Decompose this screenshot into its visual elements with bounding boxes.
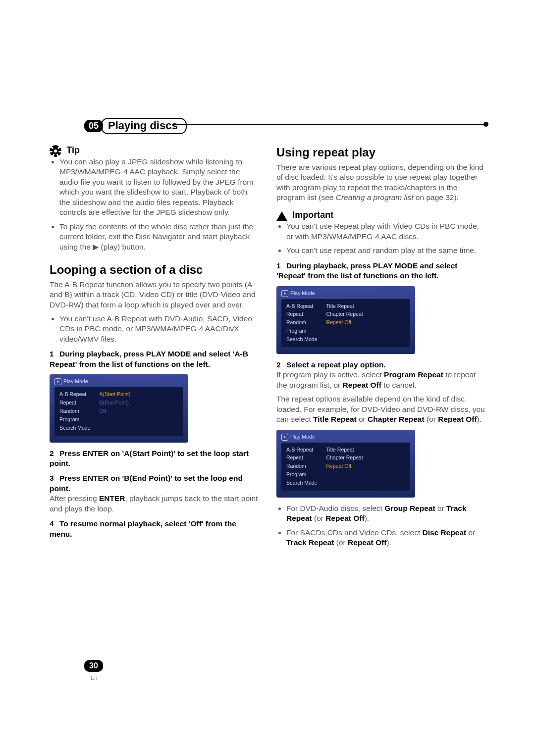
repeat-disc-options: For DVD-Audio discs, select Group Repeat… [276,504,485,548]
section-heading-repeat: Using repeat play [276,145,485,160]
list-item: You can't use Repeat play with Video CDs… [286,221,485,242]
step-1: 1During playback, press PLAY MODE and se… [50,349,259,369]
osd-item: A-B Repeat [59,391,90,398]
osd-left-list: A-B Repeat Repeat Random Program Search … [59,391,90,431]
osd-playmode-repeat-1: ▸Play Mode A-B Repeat Repeat Random Prog… [276,286,415,354]
two-column-body: Tip You can also play a JPEG slideshow w… [50,145,485,552]
osd-title: Play Mode [290,434,315,441]
osd-option-dim: Off [99,408,130,415]
list-item: You can't use repeat and random play at … [286,246,485,255]
playmode-icon: ▸ [281,434,288,441]
osd-option-selected: Repeat Off [326,463,363,470]
osd-title: Play Mode [63,378,88,385]
tip-block: Tip You can also play a JPEG slideshow w… [50,145,259,252]
tip-list: You can also play a JPEG slideshow while… [50,157,259,252]
osd-item: Search Mode [59,425,90,432]
osd-playmode-repeat-2: ▸Play Mode A-B Repeat Repeat Random Prog… [276,430,415,498]
page-language: En [91,675,97,681]
left-column: Tip You can also play a JPEG slideshow w… [50,145,259,552]
repeat-step2-body2: The repeat options available depend on t… [276,394,485,424]
osd-body: A-B Repeat Repeat Random Program Search … [54,387,183,435]
list-item: You can also play a JPEG slideshow while… [59,157,259,218]
osd-item: A-B Repeat [286,303,317,310]
looping-note-list: You can't use A-B Repeat with DVD-Audio,… [50,314,259,344]
repeat-intro: There are various repeat play options, d… [276,162,485,203]
important-label: Important [292,210,333,220]
warning-icon [276,211,287,221]
list-item: You can't use A-B Repeat with DVD-Audio,… [59,314,259,344]
list-item: For SACDs,CDs and Video CDs, select Disc… [286,528,485,548]
important-block: Important You can't use Repeat play with… [276,209,485,255]
osd-item: Program [59,416,90,423]
osd-item: A-B Repeat [286,447,317,454]
repeat-step-1: 1During playback, press PLAY MODE and se… [276,261,485,281]
osd-item: Repeat [286,311,317,318]
chapter-title: Playing discs [101,118,187,134]
osd-option: Title Repeat [326,303,363,310]
osd-item: Random [286,463,317,470]
step-2: 2Press ENTER on 'A(Start Point)' to set … [50,449,259,469]
osd-item: Search Mode [286,480,317,487]
step-4: 4To resume normal playback, select 'Off'… [50,519,259,539]
osd-option-selected: Repeat Off [326,319,363,326]
osd-option: Title Repeat [326,447,363,454]
osd-option: Chapter Repeat [326,311,363,318]
chapter-tab: 05 Playing discs [84,118,187,134]
osd-playmode-ab: ▸ Play Mode A-B Repeat Repeat Random Pro… [50,374,188,442]
osd-item: Random [286,319,317,326]
osd-item: Repeat [59,400,90,406]
osd-item: Program [286,328,317,335]
repeat-step-2: 2Select a repeat play option. [276,360,485,370]
looping-intro: The A-B Repeat function allows you to sp… [50,280,259,310]
osd-item: Program [286,471,317,478]
step-3-body: After pressing ENTER, playback jumps bac… [50,494,259,514]
osd-option-selected: A(Start Point) [99,391,130,398]
repeat-step2-body1: If program play is active, select Progra… [276,370,485,390]
playmode-icon: ▸ [54,378,61,385]
section-heading-looping: Looping a section of a disc [50,262,259,278]
gear-icon [50,145,61,157]
list-item: For DVD-Audio discs, select Group Repeat… [286,504,485,524]
tip-label: Tip [66,145,80,155]
osd-right-list: A(Start Point) B(End Point) Off [99,391,130,431]
important-list: You can't use Repeat play with Video CDs… [276,221,485,255]
header-rule [173,124,485,125]
osd-item: Search Mode [286,336,317,343]
page-number-badge: 30 [84,660,103,672]
osd-option: Chapter Repeat [326,454,363,461]
step-3: 3Press ENTER on 'B(End Point)' to set th… [50,473,259,494]
chapter-number: 05 [84,120,103,132]
osd-title-row: ▸ Play Mode [54,378,183,385]
right-column: Using repeat play There are various repe… [276,145,485,552]
osd-item: Random [59,408,90,415]
playmode-icon: ▸ [281,290,288,297]
list-item: To play the contents of the whole disc r… [59,222,259,252]
osd-item: Repeat [286,454,317,461]
osd-title: Play Mode [290,290,315,297]
osd-option-dim: B(End Point) [99,400,130,406]
